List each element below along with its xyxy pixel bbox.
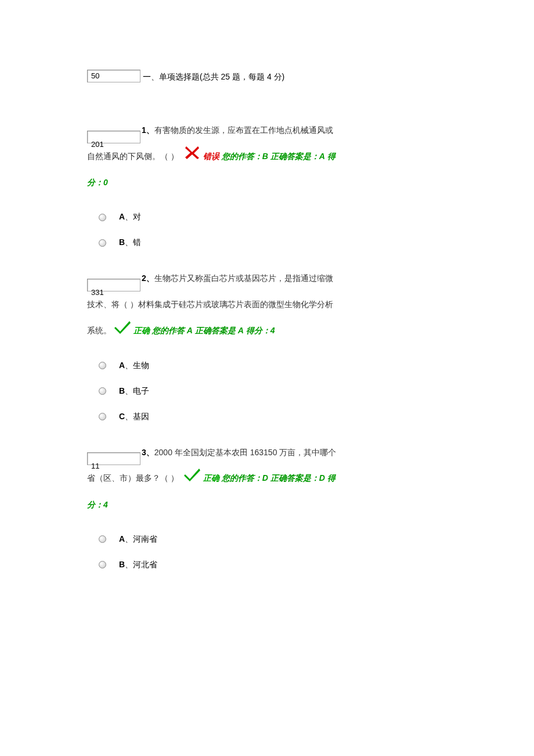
radio-icon[interactable] xyxy=(99,239,106,247)
your-answer: D xyxy=(262,473,268,483)
question-id-box: 331 xyxy=(87,279,140,291)
radio-icon[interactable] xyxy=(99,561,106,568)
question-number: 3、 xyxy=(142,448,154,457)
question-text: 113、2000 年全国划定基本农田 163150 万亩，其中哪个省（区、市）最… xyxy=(87,440,337,518)
quiz-content: 50 一、单项选择题(总共 25 题，每题 4 分) 2011、有害物质的发生源… xyxy=(87,70,337,570)
option-row[interactable]: A、对 xyxy=(87,212,337,222)
correct-prefix: 正确答案是： xyxy=(268,473,319,483)
radio-icon[interactable] xyxy=(99,413,106,420)
correct-answer: D xyxy=(319,473,325,483)
section-number-box: 50 xyxy=(87,70,140,82)
options-list: A、生物 B、电子 C、基因 xyxy=(87,361,337,422)
score-value: 0 xyxy=(103,178,108,187)
option-label: A、河南省 xyxy=(119,534,157,545)
result-label: 错误 xyxy=(203,152,219,161)
score-value: 4 xyxy=(270,326,275,335)
question-number: 2、 xyxy=(142,273,154,283)
option-label: A、对 xyxy=(119,212,141,222)
option-label: B、错 xyxy=(119,237,141,248)
options-list: A、对 B、错 xyxy=(87,212,337,248)
question-text: 2011、有害物质的发生源，应布置在工作地点机械通风或自然通风的下风侧。（ ） … xyxy=(87,117,337,196)
correct-answer: A xyxy=(238,326,244,335)
correct-prefix: 正确答案是 xyxy=(193,326,238,335)
check-icon xyxy=(114,318,131,344)
your-answer: B xyxy=(262,152,268,161)
question-2: 3312、生物芯片又称蛋白芯片或基因芯片，是指通过缩微技术、将（ ）材料集成于硅… xyxy=(87,265,337,422)
your-answer-prefix: 您的作答 xyxy=(150,326,187,335)
correct-answer: A xyxy=(319,152,325,161)
your-answer-prefix: 您的作答： xyxy=(219,473,262,483)
option-label: C、基因 xyxy=(119,412,149,422)
option-label: B、电子 xyxy=(119,386,149,397)
your-answer: A xyxy=(187,326,193,335)
score-prefix: 得分： xyxy=(244,326,270,335)
section-header: 50 一、单项选择题(总共 25 题，每题 4 分) xyxy=(87,70,337,82)
result-label: 正确 xyxy=(203,473,219,483)
question-3: 113、2000 年全国划定基本农田 163150 万亩，其中哪个省（区、市）最… xyxy=(87,440,337,570)
question-text: 3312、生物芯片又称蛋白芯片或基因芯片，是指通过缩微技术、将（ ）材料集成于硅… xyxy=(87,265,337,344)
option-row[interactable]: A、生物 xyxy=(87,361,337,371)
question-number: 1、 xyxy=(142,125,154,135)
correct-prefix: 正确答案是： xyxy=(268,152,319,161)
radio-icon[interactable] xyxy=(99,387,106,395)
result-label: 正确 xyxy=(134,326,150,335)
section-title: 一、单项选择题(总共 25 题，每题 4 分) xyxy=(143,72,284,82)
option-row[interactable]: B、错 xyxy=(87,237,337,248)
radio-icon[interactable] xyxy=(99,362,106,369)
option-row[interactable]: C、基因 xyxy=(87,412,337,422)
score-value: 4 xyxy=(103,500,108,509)
option-row[interactable]: B、河北省 xyxy=(87,560,337,570)
cross-icon xyxy=(183,144,201,170)
option-label: B、河北省 xyxy=(119,560,157,570)
option-label: A、生物 xyxy=(119,361,149,371)
question-1: 2011、有害物质的发生源，应布置在工作地点机械通风或自然通风的下风侧。（ ） … xyxy=(87,117,337,248)
radio-icon[interactable] xyxy=(99,535,106,543)
option-row[interactable]: B、电子 xyxy=(87,386,337,397)
check-icon xyxy=(183,466,201,492)
question-id-box: 11 xyxy=(87,452,140,465)
options-list: A、河南省 B、河北省 xyxy=(87,534,337,570)
your-answer-prefix: 您的作答： xyxy=(219,152,262,161)
option-row[interactable]: A、河南省 xyxy=(87,534,337,545)
question-id-box: 201 xyxy=(87,131,140,143)
radio-icon[interactable] xyxy=(99,214,106,221)
